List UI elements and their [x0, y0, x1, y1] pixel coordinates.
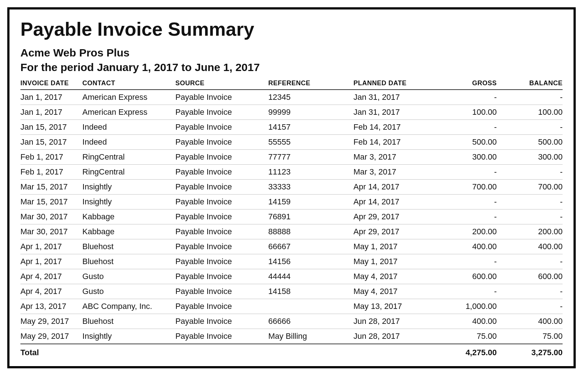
cell-reference: 66666	[268, 314, 353, 329]
cell-planned-date: May 1, 2017	[353, 254, 431, 269]
cell-gross: -	[431, 165, 497, 180]
table-row: Mar 15, 2017InsightlyPayable Invoice1415…	[20, 195, 563, 209]
cell-reference: 99999	[268, 105, 353, 120]
cell-balance: 400.00	[497, 314, 563, 329]
cell-reference: 11123	[268, 165, 353, 180]
cell-balance: -	[497, 254, 563, 269]
cell-invoice-date: Jan 1, 2017	[20, 105, 82, 120]
cell-reference: 55555	[268, 135, 353, 150]
cell-balance: 300.00	[497, 150, 563, 165]
cell-reference: 77777	[268, 150, 353, 165]
cell-planned-date: Jan 31, 2017	[353, 105, 431, 120]
cell-planned-date: May 1, 2017	[353, 239, 431, 254]
cell-source: Payable Invoice	[175, 209, 268, 224]
table-row: Feb 1, 2017RingCentralPayable Invoice111…	[20, 165, 563, 180]
table-row: Mar 15, 2017InsightlyPayable Invoice3333…	[20, 180, 563, 195]
cell-source: Payable Invoice	[175, 180, 268, 195]
cell-invoice-date: May 29, 2017	[20, 329, 82, 344]
col-header-planned-date: PLANNED DATE	[353, 77, 431, 90]
table-row: May 29, 2017BluehostPayable Invoice66666…	[20, 314, 563, 329]
cell-gross: 1,000.00	[431, 299, 497, 314]
cell-gross: -	[431, 209, 497, 224]
cell-contact: Insightly	[82, 195, 175, 209]
cell-planned-date: Mar 3, 2017	[353, 150, 431, 165]
cell-gross: 700.00	[431, 180, 497, 195]
table-row: Apr 4, 2017GustoPayable Invoice14158May …	[20, 284, 563, 299]
table-row: Jan 15, 2017IndeedPayable Invoice14157Fe…	[20, 120, 563, 135]
cell-source: Payable Invoice	[175, 135, 268, 150]
cell-planned-date: Jan 31, 2017	[353, 90, 431, 105]
cell-reference: 14158	[268, 284, 353, 299]
table-header-row: INVOICE DATE CONTACT SOURCE REFERENCE PL…	[20, 77, 563, 90]
cell-reference: 14156	[268, 254, 353, 269]
cell-gross: 500.00	[431, 135, 497, 150]
cell-planned-date: Apr 29, 2017	[353, 209, 431, 224]
totals-row: Total 4,275.00 3,275.00	[20, 344, 563, 359]
table-row: Feb 1, 2017RingCentralPayable Invoice777…	[20, 150, 563, 165]
cell-invoice-date: Apr 4, 2017	[20, 269, 82, 284]
cell-gross: -	[431, 284, 497, 299]
cell-source: Payable Invoice	[175, 269, 268, 284]
invoice-table: INVOICE DATE CONTACT SOURCE REFERENCE PL…	[20, 77, 563, 359]
cell-planned-date: Jun 28, 2017	[353, 314, 431, 329]
cell-invoice-date: Feb 1, 2017	[20, 150, 82, 165]
cell-planned-date: Feb 14, 2017	[353, 120, 431, 135]
cell-reference: 33333	[268, 180, 353, 195]
report-title: Payable Invoice Summary	[20, 18, 563, 40]
total-label: Total	[20, 344, 82, 359]
cell-contact: American Express	[82, 90, 175, 105]
cell-invoice-date: Apr 1, 2017	[20, 254, 82, 269]
cell-reference: 14159	[268, 195, 353, 209]
cell-gross: 100.00	[431, 105, 497, 120]
cell-contact: RingCentral	[82, 165, 175, 180]
report-frame: Payable Invoice Summary Acme Web Pros Pl…	[7, 7, 576, 368]
company-name: Acme Web Pros Plus	[20, 47, 563, 59]
cell-contact: Insightly	[82, 180, 175, 195]
cell-planned-date: May 4, 2017	[353, 284, 431, 299]
cell-balance: 600.00	[497, 269, 563, 284]
cell-contact: Kabbage	[82, 224, 175, 239]
cell-contact: American Express	[82, 105, 175, 120]
cell-reference	[268, 299, 353, 314]
cell-gross: 300.00	[431, 150, 497, 165]
cell-contact: ABC Company, Inc.	[82, 299, 175, 314]
cell-invoice-date: Apr 13, 2017	[20, 299, 82, 314]
col-header-contact: CONTACT	[82, 77, 175, 90]
cell-reference: 14157	[268, 120, 353, 135]
cell-invoice-date: Mar 30, 2017	[20, 209, 82, 224]
cell-source: Payable Invoice	[175, 165, 268, 180]
cell-contact: RingCentral	[82, 150, 175, 165]
table-row: Apr 1, 2017BluehostPayable Invoice14156M…	[20, 254, 563, 269]
cell-gross: -	[431, 195, 497, 209]
table-row: May 29, 2017InsightlyPayable InvoiceMay …	[20, 329, 563, 344]
table-row: Mar 30, 2017KabbagePayable Invoice88888A…	[20, 224, 563, 239]
table-row: Apr 4, 2017GustoPayable Invoice44444May …	[20, 269, 563, 284]
cell-balance: 200.00	[497, 224, 563, 239]
cell-planned-date: Apr 14, 2017	[353, 195, 431, 209]
cell-invoice-date: May 29, 2017	[20, 314, 82, 329]
cell-contact: Insightly	[82, 329, 175, 344]
cell-source: Payable Invoice	[175, 314, 268, 329]
cell-reference: 76891	[268, 209, 353, 224]
cell-invoice-date: Jan 15, 2017	[20, 120, 82, 135]
total-gross: 4,275.00	[431, 344, 497, 359]
cell-planned-date: Apr 14, 2017	[353, 180, 431, 195]
cell-planned-date: Jun 28, 2017	[353, 329, 431, 344]
report-period: For the period January 1, 2017 to June 1…	[20, 61, 563, 74]
cell-invoice-date: Mar 15, 2017	[20, 195, 82, 209]
cell-source: Payable Invoice	[175, 284, 268, 299]
cell-invoice-date: Apr 4, 2017	[20, 284, 82, 299]
cell-balance: -	[497, 165, 563, 180]
cell-reference: 88888	[268, 224, 353, 239]
cell-source: Payable Invoice	[175, 105, 268, 120]
table-row: Apr 1, 2017BluehostPayable Invoice66667M…	[20, 239, 563, 254]
table-row: Jan 1, 2017American ExpressPayable Invoi…	[20, 105, 563, 120]
cell-gross: 200.00	[431, 224, 497, 239]
cell-gross: 400.00	[431, 239, 497, 254]
col-header-gross: GROSS	[431, 77, 497, 90]
cell-source: Payable Invoice	[175, 224, 268, 239]
cell-contact: Kabbage	[82, 209, 175, 224]
cell-balance: -	[497, 299, 563, 314]
col-header-invoice-date: INVOICE DATE	[20, 77, 82, 90]
col-header-source: SOURCE	[175, 77, 268, 90]
